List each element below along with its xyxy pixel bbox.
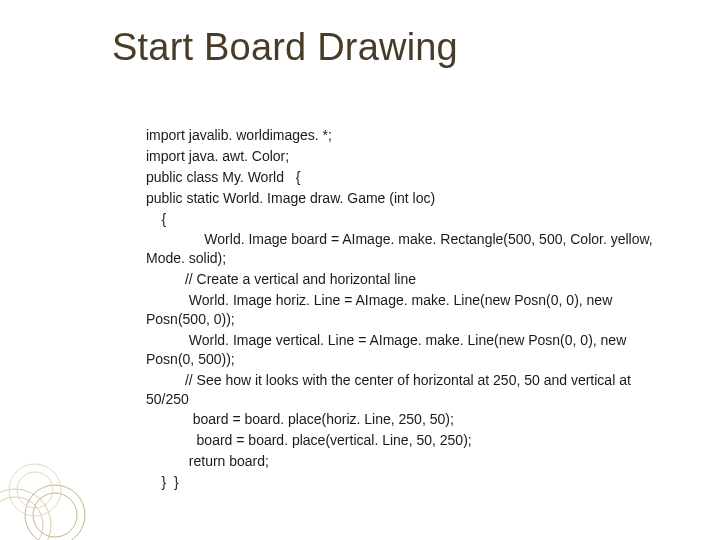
code-line: public static World. Image draw. Game (i… xyxy=(146,189,676,208)
code-line: World. Image horiz. Line = AImage. make.… xyxy=(146,291,676,329)
corner-decoration-icon xyxy=(0,430,120,540)
slide: Start Board Drawing import javalib. worl… xyxy=(0,0,720,540)
svg-point-3 xyxy=(33,493,77,537)
code-line: // Create a vertical and horizontal line xyxy=(146,270,676,289)
svg-point-2 xyxy=(25,485,85,540)
code-line: board = board. place(horiz. Line, 250, 5… xyxy=(146,410,676,429)
svg-point-0 xyxy=(0,489,51,540)
slide-title: Start Board Drawing xyxy=(112,26,458,69)
code-line: import java. awt. Color; xyxy=(146,147,676,166)
code-line: public class My. World { xyxy=(146,168,676,187)
code-line: // See how it looks with the center of h… xyxy=(146,371,676,409)
svg-point-5 xyxy=(17,472,53,508)
code-line: World. Image board = AImage. make. Recta… xyxy=(146,230,676,268)
code-line: return board; xyxy=(146,452,676,471)
code-line: { xyxy=(146,210,676,229)
code-line: } } xyxy=(146,473,676,492)
svg-point-1 xyxy=(0,497,43,540)
code-block: import javalib. worldimages. *; import j… xyxy=(146,126,676,494)
code-line: board = board. place(vertical. Line, 50,… xyxy=(146,431,676,450)
svg-point-4 xyxy=(9,464,61,516)
code-line: import javalib. worldimages. *; xyxy=(146,126,676,145)
code-line: World. Image vertical. Line = AImage. ma… xyxy=(146,331,676,369)
